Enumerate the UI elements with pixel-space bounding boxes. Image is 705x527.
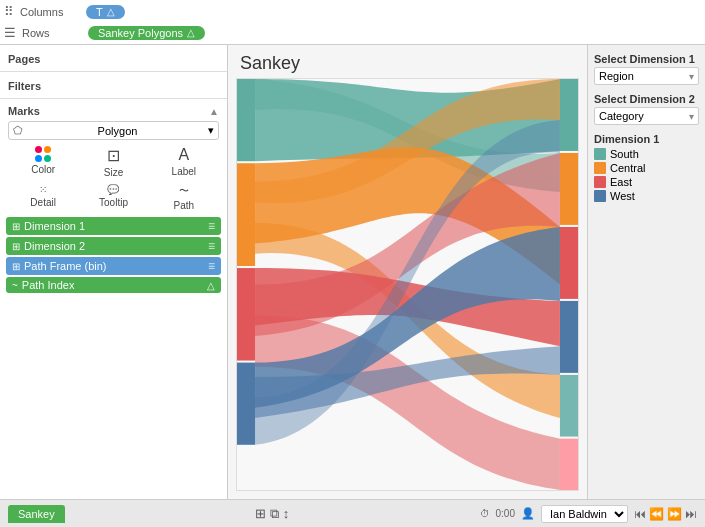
mark-type-label: Polygon (98, 125, 138, 137)
dim1-title: Select Dimension 1 (594, 53, 699, 65)
right-panel: Select Dimension 1 Region ▾ Select Dimen… (587, 45, 705, 499)
main-layout: Pages Filters Marks ▲ ⬠ Polygon ▾ Color (0, 45, 705, 499)
dim1-arrow: ▾ (689, 71, 694, 82)
field-name-1: Dimension 2 (24, 240, 85, 252)
svg-rect-4 (237, 363, 255, 445)
fields-list: ⊞ Dimension 1 ≡ ⊞ Dimension 2 ≡ ⊞ Path F… (0, 217, 227, 293)
path-icon: 〜 (179, 184, 189, 198)
tooltip-icon: 💬 (107, 184, 119, 195)
legend-item-0: South (594, 148, 699, 160)
field-icon-1: ⊞ (12, 241, 20, 252)
size-button[interactable]: ⊡ Size (93, 146, 133, 178)
nav-last[interactable]: ⏭ (685, 507, 697, 521)
svg-rect-6 (560, 153, 578, 225)
field-item-1[interactable]: ⊞ Dimension 2 ≡ (6, 237, 221, 255)
marks-arrow: ▲ (209, 106, 219, 117)
nav-prev[interactable]: ⏪ (649, 507, 664, 521)
nav-next[interactable]: ⏩ (667, 507, 682, 521)
pages-title: Pages (0, 49, 227, 67)
svg-rect-3 (237, 268, 255, 360)
status-time: ⏱ (480, 508, 490, 519)
field-item-2[interactable]: ⊞ Path Frame (bin) ≡ (6, 257, 221, 275)
legend-item-1: Central (594, 162, 699, 174)
svg-rect-8 (560, 301, 578, 373)
user-icon: 👤 (521, 507, 535, 520)
dim1-dropdown[interactable]: Region ▾ (594, 67, 699, 85)
field-item-3[interactable]: ~ Path Index △ (6, 277, 221, 293)
dim1-value: Region (599, 70, 634, 82)
svg-rect-1 (237, 79, 255, 161)
field-menu-1[interactable]: ≡ (208, 239, 215, 253)
columns-row: ⠿ Columns T △ (4, 2, 701, 21)
filters-title: Filters (0, 76, 227, 94)
add-sheet-icon[interactable]: ⊞ (255, 506, 266, 521)
legend-color-2 (594, 176, 606, 188)
legend-color-1 (594, 162, 606, 174)
dim2-dropdown[interactable]: Category ▾ (594, 107, 699, 125)
legend-item-2: East (594, 176, 699, 188)
chart-title: Sankey (228, 45, 587, 78)
legend-label-0: South (610, 148, 639, 160)
legend-label-2: East (610, 176, 632, 188)
detail-icon: ⁙ (39, 184, 47, 195)
field-name-2: Path Frame (bin) (24, 260, 107, 272)
field-icon-2: ⊞ (12, 261, 20, 272)
marks-header: Marks ▲ (0, 103, 227, 119)
columns-icon: ⠿ (4, 4, 14, 19)
field-label-1: ⊞ Dimension 2 (12, 240, 208, 252)
field-name-3: Path Index (22, 279, 75, 291)
bottom-bar: Sankey ⊞ ⧉ ↕ ⏱ 0:00 👤 Ian Baldwin ⏮ ⏪ ⏩ … (0, 499, 705, 527)
rows-icon: ☰ (4, 25, 16, 40)
dim2-value: Category (599, 110, 644, 122)
svg-rect-9 (560, 375, 578, 437)
mark-type-select[interactable]: ⬠ Polygon ▾ (8, 121, 219, 140)
rows-row: ☰ Rows Sankey Polygons △ (4, 23, 701, 42)
rows-pill[interactable]: Sankey Polygons △ (88, 26, 205, 40)
color-icon (35, 146, 51, 162)
polygon-icon: ⬠ (13, 124, 23, 137)
sort-sheet-icon[interactable]: ↕ (283, 506, 290, 521)
tooltip-button[interactable]: 💬 Tooltip (88, 184, 138, 211)
dim1-section: Select Dimension 1 Region ▾ (594, 53, 699, 85)
sankey-tab[interactable]: Sankey (8, 505, 65, 523)
legend-color-3 (594, 190, 606, 202)
path-button[interactable]: 〜 Path (159, 184, 209, 211)
field-item-0[interactable]: ⊞ Dimension 1 ≡ (6, 217, 221, 235)
legend-label-1: Central (610, 162, 645, 174)
center-area: Sankey (228, 45, 587, 499)
label-button[interactable]: A Label (164, 146, 204, 178)
field-name-0: Dimension 1 (24, 220, 85, 232)
legend-label-3: West (610, 190, 635, 202)
detail-tooltip-path: ⁙ Detail 💬 Tooltip 〜 Path (0, 182, 227, 217)
legend-items: South Central East West (594, 148, 699, 202)
dim2-section: Select Dimension 2 Category ▾ (594, 93, 699, 125)
duplicate-sheet-icon[interactable]: ⧉ (270, 506, 279, 522)
svg-rect-7 (560, 227, 578, 299)
legend-item-3: West (594, 190, 699, 202)
color-button[interactable]: Color (23, 146, 63, 178)
pages-divider (0, 71, 227, 72)
dim2-title: Select Dimension 2 (594, 93, 699, 105)
filters-divider (0, 98, 227, 99)
field-label-3: ~ Path Index (12, 279, 207, 291)
field-menu-2[interactable]: ≡ (208, 259, 215, 273)
field-delta-3: △ (207, 280, 215, 291)
nav-first[interactable]: ⏮ (634, 507, 646, 521)
field-label-0: ⊞ Dimension 1 (12, 220, 208, 232)
rows-label: Rows (22, 27, 82, 39)
columns-pill[interactable]: T △ (86, 5, 125, 19)
mark-buttons: Color ⊡ Size A Label (0, 142, 227, 182)
top-bar: ⠿ Columns T △ ☰ Rows Sankey Polygons △ (0, 0, 705, 45)
legend-color-0 (594, 148, 606, 160)
bottom-right: ⏱ 0:00 👤 Ian Baldwin ⏮ ⏪ ⏩ ⏭ (480, 505, 697, 523)
detail-button[interactable]: ⁙ Detail (18, 184, 68, 211)
bottom-icons: ⊞ ⧉ ↕ (255, 506, 290, 522)
marks-title: Marks (8, 105, 40, 117)
legend-title: Dimension 1 (594, 133, 699, 145)
legend-section: Dimension 1 South Central East West (594, 133, 699, 204)
field-menu-0[interactable]: ≡ (208, 219, 215, 233)
user-select[interactable]: Ian Baldwin (541, 505, 628, 523)
field-icon-3: ~ (12, 280, 18, 291)
field-label-2: ⊞ Path Frame (bin) (12, 260, 208, 272)
left-panel: Pages Filters Marks ▲ ⬠ Polygon ▾ Color (0, 45, 228, 499)
